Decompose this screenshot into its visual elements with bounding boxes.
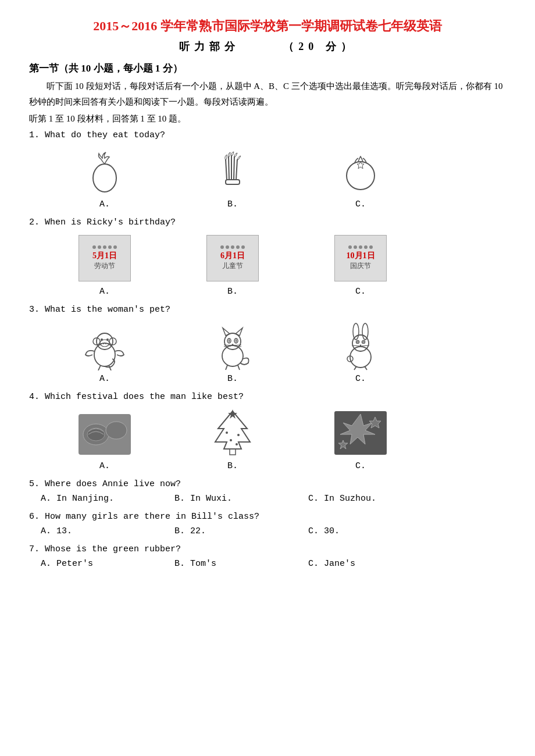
svg-line-5 [234,156,234,180]
question-4-img-b [201,406,265,459]
svg-line-47 [365,366,367,370]
question-7-option-b: B. Tom's [174,559,308,569]
instruction-text: 听下面 10 段短对话，每段对话后有一个小题，从题中 A、B、C 三个选项中选出… [29,79,506,110]
svg-line-46 [354,366,356,370]
question-4-option-c: C. [297,406,425,471]
subtitle-score: （20 分） [283,41,356,52]
question-7-option-a: A. Peter's [41,559,174,569]
question-7-text: 7. Whose is the green rubber? [29,544,506,554]
question-1-options: A. B [41,145,506,209]
question-1-label-c: C. [355,199,366,209]
question-1-img-a [73,145,137,197]
subtitle-label: 听力部分 [179,41,240,52]
svg-line-18 [109,365,111,370]
svg-point-16 [105,343,106,344]
svg-point-15 [103,343,104,344]
question-7-options: A. Peter's B. Tom's C. Jane's [41,559,506,569]
question-7-option-c: C. Jane's [308,559,442,569]
question-1: 1. What do they eat today? A. [29,130,506,209]
question-5-option-a: A. In Nanjing. [41,494,174,504]
question-7: 7. Whose is the green rubber? A. Peter's… [29,544,506,569]
question-6-text: 6. How many girls are there in Bill's cl… [29,512,506,522]
question-4-img-a [73,406,137,459]
svg-rect-54 [230,449,236,455]
svg-point-34 [350,347,371,368]
svg-point-14 [106,338,109,341]
svg-line-32 [226,365,227,370]
question-3-label-c: C. [355,374,366,384]
question-5-text: 5. Where does Annie live now? [29,479,506,489]
question-3-img-b [201,319,265,372]
question-6-option-a: A. 13. [41,526,174,536]
svg-point-41 [363,341,364,343]
question-3-img-a [73,319,137,372]
svg-point-9 [97,333,113,350]
question-4-img-c [329,406,393,459]
svg-point-50 [106,422,127,439]
question-2-label-b: B. [227,287,238,297]
svg-point-42 [360,344,362,346]
question-4-label-b: B. [227,461,238,471]
question-5-option-b: B. In Wuxi. [174,494,308,504]
question-1-label-b: B. [227,199,238,209]
question-1-img-c [329,145,393,197]
svg-line-17 [98,365,101,370]
svg-point-7 [347,162,374,190]
svg-point-36 [353,323,359,340]
section1-title: 第一节（共 10 小题，每小题 1 分） [29,62,506,75]
question-2: 2. When is Ricky's birthday? 5月1日 劳动节 A.… [29,217,506,297]
svg-point-35 [352,335,369,351]
svg-line-6 [236,159,237,180]
question-3-label-a: A. [99,374,110,384]
svg-line-31 [234,346,241,347]
svg-point-40 [357,341,358,343]
question-2-option-a: 5月1日 劳动节 A. [41,232,169,297]
svg-point-37 [362,323,368,340]
question-4-options: A. B. [41,406,506,471]
question-3-options: A. [41,319,506,384]
question-2-options: 5月1日 劳动节 A. 6月1日 儿童节 B. 10月1日 [41,232,506,297]
svg-marker-21 [223,328,230,336]
svg-point-51 [87,428,105,441]
question-2-img-b: 6月1日 儿童节 [201,232,265,284]
svg-point-13 [101,338,103,341]
question-3: 3. What is the woman's pet? [29,305,506,384]
svg-point-56 [237,434,240,436]
question-6-options: A. 13. B. 22. C. 30. [41,526,506,536]
question-1-label-a: A. [99,199,110,209]
question-3-text: 3. What is the woman's pet? [29,305,506,315]
question-2-label-c: C. [355,287,366,297]
svg-line-2 [226,159,227,180]
question-2-option-b: 6月1日 儿童节 B. [169,232,297,297]
svg-rect-1 [226,180,240,184]
question-1-text: 1. What do they eat today? [29,130,506,140]
svg-point-57 [230,439,232,441]
question-4-text: 4. Which festival does the man like best… [29,392,506,402]
subtitle: 听力部分 （20 分） [29,40,506,54]
question-3-label-b: B. [227,374,238,384]
svg-marker-52 [215,411,250,449]
svg-point-58 [236,443,238,445]
page-title: 2015～2016 学年常熟市国际学校第一学期调研试卷七年级英语 [29,17,506,35]
question-1-option-c: C. [297,145,425,209]
question-3-img-c [329,319,393,372]
question-5: 5. Where does Annie live now? A. In Nanj… [29,479,506,504]
svg-point-26 [236,339,237,343]
question-3-option-b: B. [169,319,297,384]
question-6-option-c: C. 30. [308,526,442,536]
question-1-option-b: B. [169,145,297,209]
question-4-label-c: C. [355,461,366,471]
question-1-img-b [201,145,265,197]
question-4: 4. Which festival does the man like best… [29,392,506,471]
svg-marker-53 [228,409,237,419]
svg-line-3 [229,156,229,180]
question-2-text: 2. When is Ricky's birthday? [29,217,506,227]
question-6-option-b: B. 22. [174,526,308,536]
question-5-options: A. In Nanjing. B. In Wuxi. C. In Suzhou. [41,494,506,504]
question-6: 6. How many girls are there in Bill's cl… [29,512,506,536]
svg-marker-27 [231,344,234,345]
svg-point-55 [226,432,228,434]
svg-line-33 [238,365,240,370]
question-4-option-a: A. [41,406,169,471]
svg-point-25 [229,339,230,343]
